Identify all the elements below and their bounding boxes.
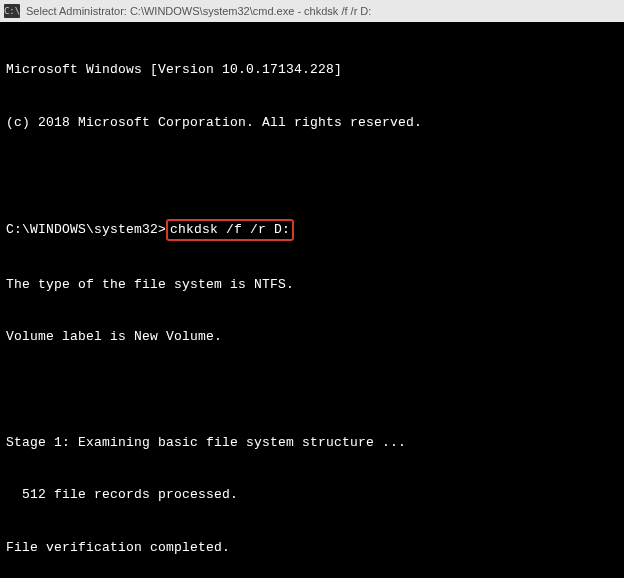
output-line: File verification completed. — [6, 539, 618, 557]
window-title: Select Administrator: C:\WINDOWS\system3… — [26, 5, 371, 17]
blank-line — [6, 381, 618, 399]
output-line: Microsoft Windows [Version 10.0.17134.22… — [6, 61, 618, 79]
output-line: Volume label is New Volume. — [6, 328, 618, 346]
output-line: (c) 2018 Microsoft Corporation. All righ… — [6, 114, 618, 132]
output-line: The type of the file system is NTFS. — [6, 276, 618, 294]
cmd-icon: C:\ — [4, 4, 20, 18]
prompt-line: C:\WINDOWS\system32>chkdsk /f /r D: — [6, 219, 618, 241]
titlebar[interactable]: C:\ Select Administrator: C:\WINDOWS\sys… — [0, 0, 624, 22]
blank-line — [6, 166, 618, 184]
command-text: chkdsk /f /r D: — [170, 222, 290, 237]
output-line: Stage 1: Examining basic file system str… — [6, 434, 618, 452]
prompt: C:\WINDOWS\system32> — [6, 222, 166, 237]
output-line: 512 file records processed. — [6, 486, 618, 504]
terminal-output[interactable]: Microsoft Windows [Version 10.0.17134.22… — [0, 22, 624, 578]
command-highlight: chkdsk /f /r D: — [166, 219, 294, 241]
